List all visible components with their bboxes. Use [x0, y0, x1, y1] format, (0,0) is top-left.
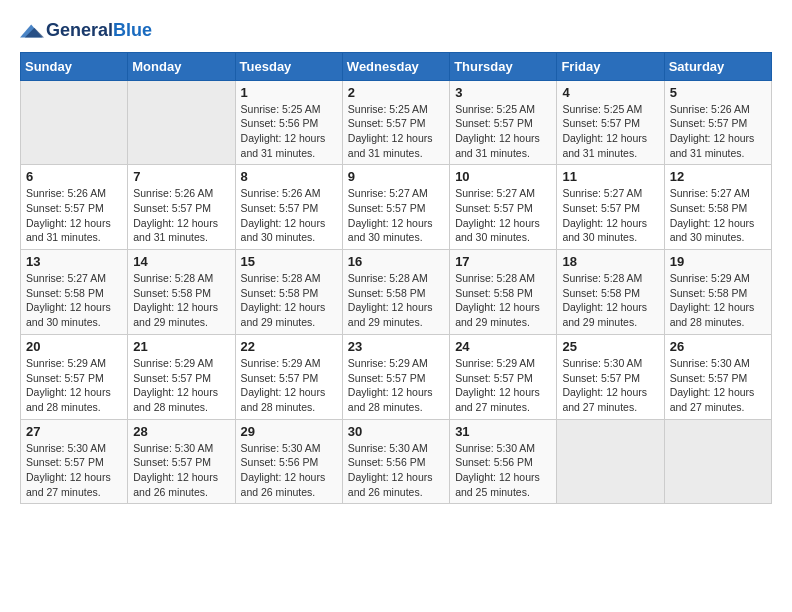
calendar-cell [21, 80, 128, 165]
day-info: Sunrise: 5:26 AMSunset: 5:57 PMDaylight:… [133, 186, 229, 245]
calendar-cell: 6Sunrise: 5:26 AMSunset: 5:57 PMDaylight… [21, 165, 128, 250]
day-number: 29 [241, 424, 337, 439]
calendar-cell: 16Sunrise: 5:28 AMSunset: 5:58 PMDayligh… [342, 250, 449, 335]
day-number: 23 [348, 339, 444, 354]
day-of-week-tuesday: Tuesday [235, 52, 342, 80]
day-number: 17 [455, 254, 551, 269]
day-info: Sunrise: 5:26 AMSunset: 5:57 PMDaylight:… [26, 186, 122, 245]
calendar-cell: 27Sunrise: 5:30 AMSunset: 5:57 PMDayligh… [21, 419, 128, 504]
calendar-week-1: 1Sunrise: 5:25 AMSunset: 5:56 PMDaylight… [21, 80, 772, 165]
calendar-cell: 18Sunrise: 5:28 AMSunset: 5:58 PMDayligh… [557, 250, 664, 335]
day-of-week-saturday: Saturday [664, 52, 771, 80]
calendar-cell: 20Sunrise: 5:29 AMSunset: 5:57 PMDayligh… [21, 334, 128, 419]
calendar-table: SundayMondayTuesdayWednesdayThursdayFrid… [20, 52, 772, 505]
calendar-cell: 25Sunrise: 5:30 AMSunset: 5:57 PMDayligh… [557, 334, 664, 419]
day-info: Sunrise: 5:27 AMSunset: 5:58 PMDaylight:… [670, 186, 766, 245]
page-header: GeneralBlue [20, 20, 772, 42]
logo: GeneralBlue [20, 20, 152, 42]
day-info: Sunrise: 5:25 AMSunset: 5:57 PMDaylight:… [455, 102, 551, 161]
day-number: 22 [241, 339, 337, 354]
calendar-cell: 10Sunrise: 5:27 AMSunset: 5:57 PMDayligh… [450, 165, 557, 250]
day-number: 18 [562, 254, 658, 269]
day-info: Sunrise: 5:30 AMSunset: 5:57 PMDaylight:… [26, 441, 122, 500]
day-info: Sunrise: 5:25 AMSunset: 5:57 PMDaylight:… [348, 102, 444, 161]
calendar-cell: 17Sunrise: 5:28 AMSunset: 5:58 PMDayligh… [450, 250, 557, 335]
day-info: Sunrise: 5:29 AMSunset: 5:58 PMDaylight:… [670, 271, 766, 330]
day-number: 30 [348, 424, 444, 439]
calendar-cell: 9Sunrise: 5:27 AMSunset: 5:57 PMDaylight… [342, 165, 449, 250]
day-number: 25 [562, 339, 658, 354]
day-number: 20 [26, 339, 122, 354]
day-number: 10 [455, 169, 551, 184]
calendar-cell: 13Sunrise: 5:27 AMSunset: 5:58 PMDayligh… [21, 250, 128, 335]
day-info: Sunrise: 5:29 AMSunset: 5:57 PMDaylight:… [455, 356, 551, 415]
day-info: Sunrise: 5:30 AMSunset: 5:57 PMDaylight:… [133, 441, 229, 500]
calendar-cell: 1Sunrise: 5:25 AMSunset: 5:56 PMDaylight… [235, 80, 342, 165]
calendar-cell: 22Sunrise: 5:29 AMSunset: 5:57 PMDayligh… [235, 334, 342, 419]
day-number: 13 [26, 254, 122, 269]
day-number: 14 [133, 254, 229, 269]
calendar-cell [128, 80, 235, 165]
logo-icon [20, 21, 44, 41]
day-info: Sunrise: 5:30 AMSunset: 5:56 PMDaylight:… [241, 441, 337, 500]
day-number: 6 [26, 169, 122, 184]
day-number: 26 [670, 339, 766, 354]
day-info: Sunrise: 5:28 AMSunset: 5:58 PMDaylight:… [562, 271, 658, 330]
day-info: Sunrise: 5:30 AMSunset: 5:56 PMDaylight:… [348, 441, 444, 500]
calendar-cell: 30Sunrise: 5:30 AMSunset: 5:56 PMDayligh… [342, 419, 449, 504]
calendar-cell: 12Sunrise: 5:27 AMSunset: 5:58 PMDayligh… [664, 165, 771, 250]
day-info: Sunrise: 5:30 AMSunset: 5:57 PMDaylight:… [670, 356, 766, 415]
day-number: 16 [348, 254, 444, 269]
day-number: 11 [562, 169, 658, 184]
day-info: Sunrise: 5:28 AMSunset: 5:58 PMDaylight:… [348, 271, 444, 330]
calendar-cell: 3Sunrise: 5:25 AMSunset: 5:57 PMDaylight… [450, 80, 557, 165]
day-of-week-wednesday: Wednesday [342, 52, 449, 80]
calendar-week-4: 20Sunrise: 5:29 AMSunset: 5:57 PMDayligh… [21, 334, 772, 419]
calendar-cell: 21Sunrise: 5:29 AMSunset: 5:57 PMDayligh… [128, 334, 235, 419]
calendar-cell: 24Sunrise: 5:29 AMSunset: 5:57 PMDayligh… [450, 334, 557, 419]
day-info: Sunrise: 5:29 AMSunset: 5:57 PMDaylight:… [133, 356, 229, 415]
day-number: 1 [241, 85, 337, 100]
day-number: 12 [670, 169, 766, 184]
day-number: 19 [670, 254, 766, 269]
calendar-week-5: 27Sunrise: 5:30 AMSunset: 5:57 PMDayligh… [21, 419, 772, 504]
calendar-cell [557, 419, 664, 504]
day-info: Sunrise: 5:27 AMSunset: 5:57 PMDaylight:… [348, 186, 444, 245]
calendar-cell: 29Sunrise: 5:30 AMSunset: 5:56 PMDayligh… [235, 419, 342, 504]
calendar-cell: 26Sunrise: 5:30 AMSunset: 5:57 PMDayligh… [664, 334, 771, 419]
day-of-week-friday: Friday [557, 52, 664, 80]
calendar-cell: 2Sunrise: 5:25 AMSunset: 5:57 PMDaylight… [342, 80, 449, 165]
day-info: Sunrise: 5:25 AMSunset: 5:57 PMDaylight:… [562, 102, 658, 161]
calendar-cell [664, 419, 771, 504]
day-info: Sunrise: 5:28 AMSunset: 5:58 PMDaylight:… [241, 271, 337, 330]
day-number: 28 [133, 424, 229, 439]
day-info: Sunrise: 5:26 AMSunset: 5:57 PMDaylight:… [241, 186, 337, 245]
day-number: 24 [455, 339, 551, 354]
calendar-cell: 31Sunrise: 5:30 AMSunset: 5:56 PMDayligh… [450, 419, 557, 504]
day-number: 3 [455, 85, 551, 100]
calendar-cell: 7Sunrise: 5:26 AMSunset: 5:57 PMDaylight… [128, 165, 235, 250]
day-number: 7 [133, 169, 229, 184]
day-number: 9 [348, 169, 444, 184]
calendar-week-2: 6Sunrise: 5:26 AMSunset: 5:57 PMDaylight… [21, 165, 772, 250]
day-info: Sunrise: 5:26 AMSunset: 5:57 PMDaylight:… [670, 102, 766, 161]
day-number: 15 [241, 254, 337, 269]
day-number: 21 [133, 339, 229, 354]
day-info: Sunrise: 5:27 AMSunset: 5:57 PMDaylight:… [455, 186, 551, 245]
day-info: Sunrise: 5:29 AMSunset: 5:57 PMDaylight:… [348, 356, 444, 415]
logo-blue: Blue [113, 20, 152, 42]
day-info: Sunrise: 5:30 AMSunset: 5:57 PMDaylight:… [562, 356, 658, 415]
day-number: 5 [670, 85, 766, 100]
day-of-week-sunday: Sunday [21, 52, 128, 80]
calendar-cell: 23Sunrise: 5:29 AMSunset: 5:57 PMDayligh… [342, 334, 449, 419]
day-number: 2 [348, 85, 444, 100]
calendar-cell: 14Sunrise: 5:28 AMSunset: 5:58 PMDayligh… [128, 250, 235, 335]
calendar-cell: 15Sunrise: 5:28 AMSunset: 5:58 PMDayligh… [235, 250, 342, 335]
day-info: Sunrise: 5:28 AMSunset: 5:58 PMDaylight:… [133, 271, 229, 330]
calendar-cell: 4Sunrise: 5:25 AMSunset: 5:57 PMDaylight… [557, 80, 664, 165]
day-info: Sunrise: 5:30 AMSunset: 5:56 PMDaylight:… [455, 441, 551, 500]
day-info: Sunrise: 5:25 AMSunset: 5:56 PMDaylight:… [241, 102, 337, 161]
calendar-cell: 28Sunrise: 5:30 AMSunset: 5:57 PMDayligh… [128, 419, 235, 504]
day-info: Sunrise: 5:29 AMSunset: 5:57 PMDaylight:… [26, 356, 122, 415]
day-info: Sunrise: 5:27 AMSunset: 5:57 PMDaylight:… [562, 186, 658, 245]
